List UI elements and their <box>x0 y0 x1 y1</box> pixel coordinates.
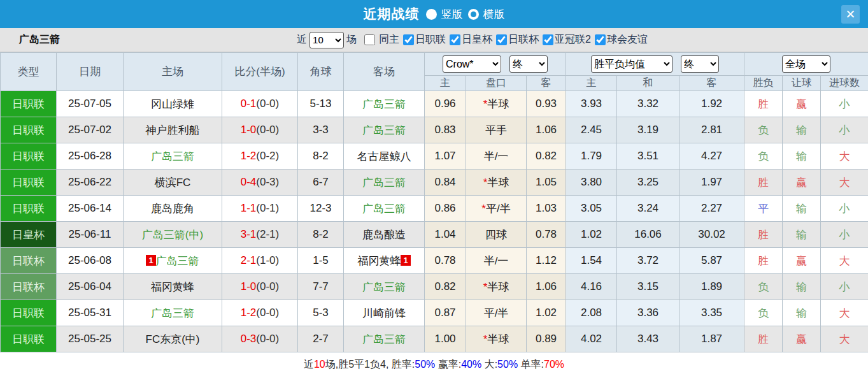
ah-line-cell: *半球 <box>466 170 527 196</box>
checkbox-input[interactable] <box>543 34 553 45</box>
table-row: 日职联 25-07-02 神户胜利船 1-0(0-0) 3-3 广岛三箭 0.8… <box>1 117 868 143</box>
radio-label: 横版 <box>483 7 505 22</box>
eu-draw-odds: 3.15 <box>617 274 679 300</box>
filter-checkbox-0[interactable]: 同主 <box>359 33 399 47</box>
score-cell: 1-0(0-0) <box>222 274 298 300</box>
score-cell: 1-1(0-1) <box>222 196 298 222</box>
checkbox-input[interactable] <box>496 34 507 45</box>
filter-bar: 广岛三箭 近 10 场 同主日职联日皇杯日联杯亚冠联2球会友谊 <box>0 28 868 52</box>
goal-cell: 大 <box>821 300 868 326</box>
odds-source-select[interactable]: Crow* <box>443 55 501 73</box>
filter-checkbox-4[interactable]: 亚冠联2 <box>539 33 591 47</box>
away-cell: 广岛三箭 <box>344 326 425 352</box>
near-label: 近 <box>297 33 307 47</box>
home-team: 广岛三箭(中) <box>142 229 203 241</box>
team-name: 广岛三箭 <box>19 33 60 47</box>
eu-draw-odds: 3.72 <box>617 248 679 274</box>
ah-line: 半球 <box>487 98 509 110</box>
table-row: 日职联 25-05-25 FC东京(中) 0-3(0-0) 2-7 广岛三箭 1… <box>1 326 868 352</box>
radio-icon[interactable] <box>426 9 437 20</box>
summary-segment: 近 <box>304 358 314 372</box>
eu-away-odds: 2.81 <box>679 117 744 143</box>
let-cell: 输 <box>783 196 821 222</box>
wdl-cell: 负 <box>744 274 783 300</box>
results-table: 类型 日期 主场 比分(半场) 角球 客场 Crow* 终 胜平负均值 终 <box>0 52 868 352</box>
ah-line-cell: *半球 <box>466 326 527 352</box>
eu-draw-odds: 3.25 <box>617 170 679 196</box>
fulltime-score: 1-0 <box>241 124 257 136</box>
checkbox-input[interactable] <box>403 34 414 45</box>
title-bar: 近期战绩 竖版横版 ✕ <box>0 0 868 28</box>
layout-radio-horizontal[interactable]: 横版 <box>468 7 505 22</box>
halftime-score: (2-1) <box>256 228 279 240</box>
sub-header-cell: 客 <box>527 76 566 91</box>
close-button[interactable]: ✕ <box>841 5 860 24</box>
ah-line: 四球 <box>485 229 507 241</box>
layout-radio-vertical[interactable]: 竖版 <box>426 7 463 22</box>
sub-header-cell: 客 <box>679 76 744 91</box>
filter-checkbox-2[interactable]: 日皇杯 <box>446 33 492 47</box>
scope-select[interactable]: 全场 <box>782 55 830 73</box>
ah-line-cell: 平/半 <box>466 300 527 326</box>
table-row: 日职联 25-06-14 鹿岛鹿角 1-1(0-1) 12-3 广岛三箭 0.8… <box>1 196 868 222</box>
away-team: 广岛三箭 <box>362 177 406 189</box>
date-cell: 25-05-31 <box>57 300 124 326</box>
wdl-cell: 负 <box>744 300 783 326</box>
date-cell: 25-06-28 <box>57 143 124 170</box>
filter-checkbox-5[interactable]: 球会友谊 <box>591 33 648 47</box>
eu-draw-odds: 3.43 <box>617 326 679 352</box>
fulltime-score: 1-2 <box>241 150 257 162</box>
goal-cell: 大 <box>821 143 868 170</box>
goal-cell: 小 <box>821 117 868 143</box>
ah-home-odds: 1.07 <box>425 143 466 170</box>
home-team: 广岛三箭 <box>156 255 199 267</box>
away-cell: 川崎前锋 <box>344 300 425 326</box>
ah-line-cell: *半球 <box>466 91 527 117</box>
away-team: 福冈黄蜂 <box>357 255 401 267</box>
col-header-date: 日期 <box>57 53 124 91</box>
away-team: 广岛三箭 <box>362 203 406 215</box>
col-header-type: 类型 <box>1 53 57 91</box>
home-team: 鹿岛鹿角 <box>151 203 194 215</box>
checkbox-input[interactable] <box>595 34 606 45</box>
home-cell: 鹿岛鹿角 <box>124 196 222 222</box>
wdl-cell: 胜 <box>744 248 783 274</box>
wdl-cell: 胜 <box>744 91 783 117</box>
halftime-score: (1-0) <box>256 254 279 266</box>
home-red-card-badge: 1 <box>146 255 155 266</box>
eu-home-odds: 1.54 <box>566 248 617 274</box>
score-cell: 0-3(0-0) <box>222 326 298 352</box>
matches-label: 场 <box>346 33 357 47</box>
goal-cell: 小 <box>821 274 868 300</box>
home-cell: 广岛三箭 <box>124 143 222 170</box>
halftime-score: (0-0) <box>256 280 279 293</box>
sub-header-cell: 让球 <box>783 76 821 91</box>
filter-checkbox-3[interactable]: 日联杯 <box>492 33 539 47</box>
radio-icon[interactable] <box>468 9 479 20</box>
halftime-score: (0-0) <box>256 333 279 345</box>
goal-cell: 大 <box>821 248 868 274</box>
away-team: 鹿岛酿造 <box>362 229 406 241</box>
let-cell: 赢 <box>783 170 821 196</box>
type-badge: 日职联 <box>1 196 57 222</box>
eu-home-odds: 3.80 <box>566 170 617 196</box>
checkbox-input[interactable] <box>364 34 375 45</box>
eu-home-odds: 1.79 <box>566 143 617 170</box>
filter-checkbox-1[interactable]: 日职联 <box>399 33 446 47</box>
matches-count-select[interactable]: 10 <box>309 32 344 48</box>
home-team: 广岛三箭 <box>151 307 194 319</box>
checkbox-input[interactable] <box>450 34 460 45</box>
ah-away-odds: 0.82 <box>527 143 566 170</box>
ah-away-odds: 1.06 <box>527 117 566 143</box>
odds-time-select-1[interactable]: 终 <box>509 55 548 73</box>
odds-time-select-2[interactable]: 终 <box>681 55 719 73</box>
scope-header: 全场 <box>744 53 868 76</box>
layout-radio-group: 竖版横版 <box>421 7 505 22</box>
eu-draw-odds: 3.36 <box>617 300 679 326</box>
page-title: 近期战绩 <box>364 5 420 23</box>
table-header: 类型 日期 主场 比分(半场) 角球 客场 Crow* 终 胜平负均值 终 <box>1 53 868 91</box>
average-odds-select[interactable]: 胜平负均值 <box>591 55 672 73</box>
score-cell: 3-1(2-1) <box>222 222 298 248</box>
let-cell: 输 <box>783 143 821 170</box>
table-row: 日皇杯 25-06-11 广岛三箭(中) 3-1(2-1) 8-2 鹿岛酿造 1… <box>1 222 868 248</box>
